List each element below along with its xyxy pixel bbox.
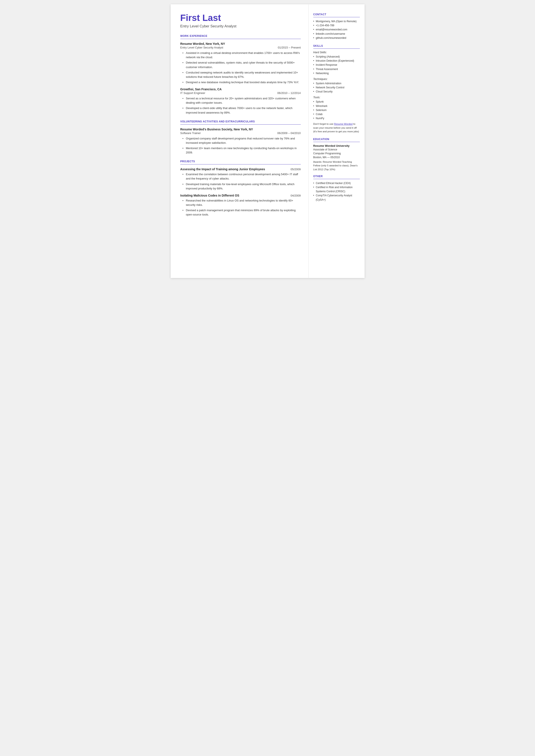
volunteer-1-company: Resume Worded's Business Society, New Yo… (180, 127, 253, 131)
list-item: Researched the vulnerabilities in Linux … (183, 199, 301, 207)
volunteer-1-date: 06/2009 – 04/2010 (277, 131, 300, 135)
project-2-title: Isolating Malicious Codes in Different O… (180, 194, 239, 197)
job-1-bullets: Assisted in creating a virtual desktop e… (180, 51, 301, 84)
volunteering-divider (180, 124, 301, 125)
job-2-title-line: IT Support Engineer 06/2010 – 12/2014 (180, 91, 301, 95)
edu-awards: Awards: Resume Worded Teaching Fellow (o… (313, 160, 360, 171)
job-1-company: Resume Worded, New York, NY (180, 42, 225, 45)
job-1-header: Resume Worded, New York, NY (180, 42, 301, 45)
skills-label: SKILLS (313, 44, 360, 47)
list-item: linkedin.com/in/username (313, 32, 360, 36)
work-experience-label: WORK EXPERIENCE (180, 35, 301, 38)
project-2-date: 04/2009 (291, 194, 301, 197)
volunteering-label: VOLUNTEERING ACTIVITIES AND EXTRACURRICU… (180, 120, 301, 123)
volunteer-1-header: Resume Worded's Business Society, New Yo… (180, 127, 301, 131)
job-1-title: Entry Level Cyber Security Analyst (180, 46, 223, 49)
project-1-bullets: Examined the correlation between continu… (180, 172, 301, 191)
list-item: Conducted sweeping network audits to ide… (183, 70, 301, 79)
project-1-header: Assessing the Impact of Training among J… (180, 167, 301, 171)
list-item: System Administration (313, 81, 360, 86)
list-item: github.com/resumeworded (313, 36, 360, 40)
promo-link[interactable]: Resume Worded (334, 123, 352, 125)
job-2-bullets: Served as a technical resource for 20+ s… (180, 96, 301, 115)
list-item: Mentored 10+ team members on new technol… (183, 146, 301, 155)
list-item: Designed a new database modeling techniq… (183, 80, 301, 84)
contact-list: Montgomery, MA (Open to Remote) +1-234-4… (313, 19, 360, 40)
edu-location-date: Boston, MA — 05/2010 (313, 155, 360, 159)
right-column: CONTACT Montgomery, MA (Open to Remote) … (309, 4, 365, 278)
techniques-list: System Administration Network Security C… (313, 81, 360, 94)
hard-skills-label: Hard Skills: (313, 51, 360, 54)
other-divider (313, 179, 360, 179)
volunteer-1-title: Software Trainer (180, 131, 201, 135)
job-1-date: 01/2015 – Present (278, 46, 300, 49)
list-item: NumPy (313, 116, 360, 121)
skills-divider (313, 48, 360, 49)
job-1-title-line: Entry Level Cyber Security Analyst 01/20… (180, 46, 301, 49)
project-2-header: Isolating Malicious Codes in Different O… (180, 194, 301, 197)
list-item: Served as a technical resource for 20+ s… (183, 96, 301, 105)
edu-school: Resume Worded University (313, 144, 360, 147)
list-item: Cloud Security (313, 90, 360, 94)
list-item: Developed a client-side utility that all… (183, 106, 301, 115)
list-item: Certified Ethical Hacker (CEH) (313, 181, 360, 185)
list-item: Developed training materials for low-lev… (183, 182, 301, 191)
candidate-name: First Last (180, 13, 301, 23)
list-item: Devised a patch management program that … (183, 208, 301, 217)
hard-skills-list: Scripting (Advanced) Intrusion Detection… (313, 55, 360, 75)
tools-label: Tools: (313, 96, 360, 99)
edu-degree: Associate of Science (313, 148, 360, 152)
list-item: Colab (313, 112, 360, 116)
education-divider (313, 142, 360, 142)
list-item: Network Security Control (313, 86, 360, 90)
project-2-bullets: Researched the vulnerabilities in Linux … (180, 199, 301, 217)
contact-label: CONTACT (313, 13, 360, 16)
edu-field: Computer Programming (313, 152, 360, 155)
project-1-title: Assessing the Impact of Training among J… (180, 167, 265, 171)
list-item: Examined the correlation between continu… (183, 172, 301, 181)
list-item: Detected several vulnerabilities, system… (183, 61, 301, 69)
resume-page: First Last Entry Level Cyber Security An… (171, 4, 365, 278)
volunteer-1-title-line: Software Trainer 06/2009 – 04/2010 (180, 131, 301, 135)
list-item: Certified in Risk and Information System… (313, 185, 360, 193)
project-1-date: 05/2009 (291, 168, 301, 171)
promo-before: Don't forget to use (313, 123, 334, 125)
list-item: Selenium (313, 108, 360, 112)
list-item: Montgomery, MA (Open to Remote) (313, 19, 360, 23)
list-item: +1-234-456-789 (313, 23, 360, 28)
left-column: First Last Entry Level Cyber Security An… (171, 4, 309, 278)
list-item: CompTIA Cybersecurity Analyst (CySA+) (313, 193, 360, 202)
promo-text: Don't forget to use Resume Worded to sca… (313, 122, 360, 133)
education-label: EDUCATION (313, 138, 360, 141)
other-list: Certified Ethical Hacker (CEH) Certified… (313, 181, 360, 202)
tools-list: Splunk Wireshark Selenium Colab NumPy (313, 100, 360, 121)
list-item: Incident Response (313, 63, 360, 67)
list-item: Assisted in creating a virtual desktop e… (183, 51, 301, 60)
techniques-label: Techniques: (313, 78, 360, 81)
list-item: Networking (313, 71, 360, 75)
list-item: Threat Assessment (313, 67, 360, 71)
list-item: Intrusion Detection (Experienced) (313, 59, 360, 63)
job-2-date: 06/2010 – 12/2014 (277, 91, 300, 95)
projects-label: PROJECTS (180, 160, 301, 163)
list-item: Scripting (Advanced) (313, 55, 360, 59)
list-item: Organized company staff development prog… (183, 136, 301, 145)
job-2-title: IT Support Engineer (180, 91, 205, 95)
job-2-header: Growthsi, San Francisco, CA (180, 88, 301, 91)
list-item: Splunk (313, 100, 360, 104)
list-item: Wireshark (313, 104, 360, 108)
job-2-company: Growthsi, San Francisco, CA (180, 88, 222, 91)
list-item: email@resumeworded.com (313, 28, 360, 32)
other-label: OTHER (313, 175, 360, 178)
candidate-title: Entry Level Cyber Security Analyst (180, 24, 301, 28)
volunteer-1-bullets: Organized company staff development prog… (180, 136, 301, 155)
